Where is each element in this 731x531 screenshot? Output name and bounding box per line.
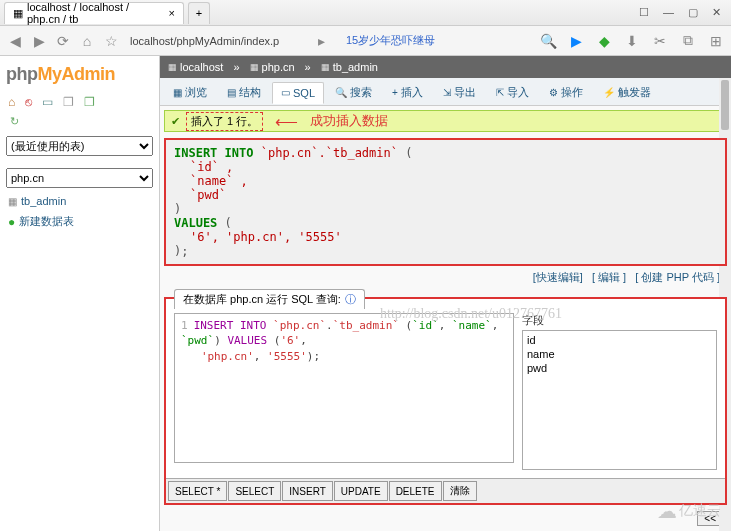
fields-list[interactable]: id name pwd [522,330,717,470]
crumb-server[interactable]: localhost [168,61,223,73]
new-table-button[interactable]: 新建数据表 [6,210,153,233]
tab-insert[interactable]: +插入 [383,80,432,105]
tab-export[interactable]: ⇲导出 [434,80,485,105]
annotation-success: 成功插入数据 [310,112,388,130]
url-more-icon[interactable]: ▸ [312,32,330,50]
back-button[interactable]: ◀ [6,32,24,50]
settings-icon[interactable]: ❐ [84,95,95,109]
reload-button[interactable]: ⟳ [54,32,72,50]
btn-insert[interactable]: INSERT [282,481,333,501]
executed-sql-box: INSERT INTO `php.cn`.`tb_admin` ( `id` ,… [164,138,727,266]
main-content: localhost » php.cn » tb_admin ▦浏览 ▤结构 ▭S… [160,56,731,531]
favorite-icon[interactable]: ☆ [102,32,120,50]
fields-label: 字段 [522,313,717,328]
new-tab-button[interactable]: + [188,2,210,24]
docs-icon[interactable]: ❐ [63,95,74,109]
sql-editor[interactable]: 1INSERT INTO `php.cn`.`tb_admin` (`id`, … [174,313,514,463]
close-icon[interactable]: ✕ [712,6,721,19]
page-icon: ▦ [13,7,23,20]
success-message: ✔ 插入了 1 行。 ⟵ 成功插入数据 [164,110,727,132]
cut-icon[interactable]: ✂ [651,32,669,50]
sql-query-area: 在数据库 php.cn 运行 SQL 查询: ⓘ 1INSERT INTO `p… [164,297,727,505]
help-icon[interactable]: ⓘ [345,292,356,307]
extensions-icon[interactable]: ⊞ [707,32,725,50]
shield-icon[interactable]: ◆ [595,32,613,50]
tab-triggers[interactable]: ⚡触发器 [594,80,660,105]
tab-import[interactable]: ⇱导入 [487,80,538,105]
crumb-db[interactable]: php.cn [250,61,295,73]
bookmark-bar-icon[interactable]: ☐ [639,6,649,19]
field-item[interactable]: pwd [527,361,712,375]
annotation-arrow-icon: ⟵ [269,112,304,131]
link-quick-edit[interactable]: [快速编辑] [533,271,583,283]
browser-tab-bar: ▦ localhost / localhost / php.cn / tb × … [0,0,731,26]
watermark-brand: 亿速云 [657,499,721,523]
sql-action-links: [快速编辑] [ 编辑 ] [ 创建 PHP 代码 ] [160,268,731,287]
check-icon: ✔ [171,115,180,128]
sql-template-buttons: SELECT * SELECT INSERT UPDATE DELETE 清除 [166,478,725,503]
database-select[interactable]: php.cn [6,168,153,188]
play-icon[interactable]: ▶ [567,32,585,50]
recent-tables-select[interactable]: (最近使用的表) [6,136,153,156]
link-create-php[interactable]: [ 创建 PHP 代码 ] [635,271,720,283]
tab-title: localhost / localhost / php.cn / tb [27,1,165,25]
copy-icon[interactable]: ⧉ [679,32,697,50]
tab-close-icon[interactable]: × [169,7,175,19]
tab-browse[interactable]: ▦浏览 [164,80,216,105]
maximize-icon[interactable]: ▢ [688,6,698,19]
home-button[interactable]: ⌂ [78,32,96,50]
browser-tab[interactable]: ▦ localhost / localhost / php.cn / tb × [4,2,184,24]
table-tabs: ▦浏览 ▤结构 ▭SQL 🔍搜索 +插入 ⇲导出 ⇱导入 ⚙操作 ⚡触发器 [160,78,731,106]
reload-tree-icon[interactable]: ↻ [6,115,153,128]
forward-button[interactable]: ▶ [30,32,48,50]
tab-sql[interactable]: ▭SQL [272,82,324,104]
btn-update[interactable]: UPDATE [334,481,388,501]
tab-operations[interactable]: ⚙操作 [540,80,592,105]
minimize-icon[interactable]: — [663,6,674,19]
sql-icon[interactable]: ▭ [42,95,53,109]
crumb-table[interactable]: tb_admin [321,61,378,73]
home-icon[interactable]: ⌂ [8,95,15,109]
field-item[interactable]: id [527,333,712,347]
search-icon[interactable]: 🔍 [539,32,557,50]
logout-icon[interactable]: ⎋ [25,95,32,109]
sidebar-quick-icons: ⌂ ⎋ ▭ ❐ ❐ [6,93,153,115]
breadcrumb: localhost » php.cn » tb_admin [160,56,731,78]
tab-search[interactable]: 🔍搜索 [326,80,381,105]
news-headline[interactable]: 15岁少年恐吓继母 [346,33,435,48]
address-bar: ◀ ▶ ⟳ ⌂ ☆ localhost/phpMyAdmin/index.p ▸… [0,26,731,56]
query-tab-label: 在数据库 php.cn 运行 SQL 查询: ⓘ [174,289,365,309]
download-icon[interactable]: ⬇ [623,32,641,50]
success-text: 插入了 1 行。 [186,112,263,131]
btn-select-star[interactable]: SELECT * [168,481,227,501]
btn-clear[interactable]: 清除 [443,481,477,501]
tree-table-item[interactable]: tb_admin [6,192,153,210]
link-edit[interactable]: [ 编辑 ] [592,271,626,283]
tab-structure[interactable]: ▤结构 [218,80,270,105]
sidebar: phpMyAdmin ⌂ ⎋ ▭ ❐ ❐ ↻ (最近使用的表) php.cn t… [0,56,160,531]
btn-delete[interactable]: DELETE [389,481,442,501]
field-item[interactable]: name [527,347,712,361]
phpmyadmin-logo: phpMyAdmin [6,60,153,93]
url-field[interactable]: localhost/phpMyAdmin/index.p [126,31,306,51]
btn-select[interactable]: SELECT [228,481,281,501]
